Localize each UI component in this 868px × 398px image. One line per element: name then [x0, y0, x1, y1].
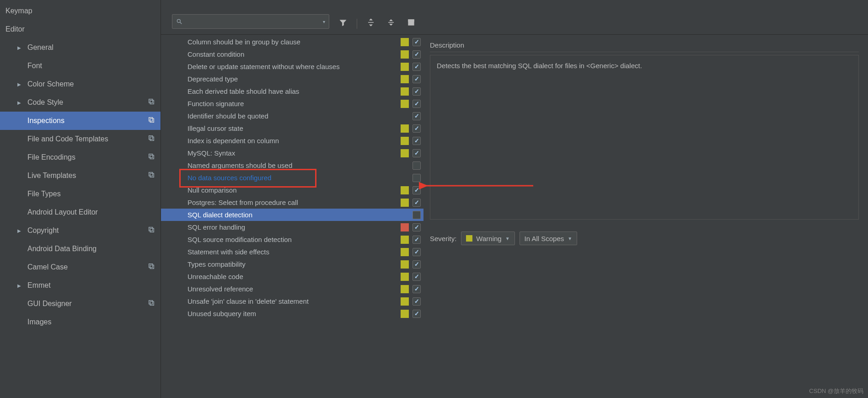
sidebar-item-live-templates[interactable]: ▶Live Templates — [0, 167, 161, 185]
scope-combo[interactable]: In All Scopes ▼ — [520, 231, 578, 245]
inspection-checkbox[interactable] — [413, 124, 421, 133]
sidebar-item-emmet[interactable]: ▶Emmet — [0, 276, 161, 295]
inspection-row[interactable]: Each derived table should have alias — [161, 85, 423, 97]
inspection-checkbox[interactable] — [413, 248, 421, 256]
svg-rect-2 — [150, 118, 154, 122]
inspection-checkbox[interactable] — [413, 223, 421, 231]
svg-rect-13 — [149, 264, 153, 268]
sidebar-item-android-layout-editor[interactable]: ▶Android Layout Editor — [0, 203, 161, 221]
sidebar-item-inspections[interactable]: ▶Inspections — [0, 112, 161, 130]
sidebar-item-font[interactable]: ▶Font — [0, 57, 161, 75]
inspection-row[interactable]: Deprecated type — [161, 73, 423, 85]
copy-profile-icon — [148, 299, 155, 308]
inspection-row[interactable]: Unused subquery item — [161, 307, 423, 320]
inspection-row[interactable]: Column should be in group by clause — [161, 36, 423, 48]
sidebar-item-camel-case[interactable]: ▶Camel Case — [0, 258, 161, 276]
inspections-search[interactable]: ▾ — [172, 14, 329, 29]
inspection-checkbox[interactable] — [413, 273, 421, 281]
collapse-all-icon[interactable] — [385, 16, 397, 29]
search-input[interactable] — [184, 18, 323, 25]
description-title: Description — [430, 41, 859, 52]
inspection-checkbox[interactable] — [413, 297, 421, 306]
inspection-checkbox[interactable] — [413, 87, 421, 96]
svg-rect-11 — [149, 227, 153, 231]
inspection-checkbox[interactable] — [413, 310, 421, 318]
severity-label: Severity: — [430, 235, 456, 242]
inspection-label: MySQL: Syntax — [188, 149, 399, 157]
copy-profile-icon — [148, 263, 155, 272]
expand-all-icon[interactable] — [364, 16, 377, 29]
inspection-row[interactable]: Constant condition — [161, 48, 423, 60]
inspection-row[interactable]: Postgres: Select from procedure call — [161, 196, 423, 209]
inspections-tree: Column should be in group by clauseConst… — [161, 35, 423, 398]
inspection-checkbox[interactable] — [413, 186, 421, 194]
chevron-down-icon[interactable]: ▾ — [323, 19, 325, 24]
inspection-checkbox[interactable] — [413, 50, 421, 59]
sidebar-item-copyright[interactable]: ▶Copyright — [0, 221, 161, 240]
sidebar-keymap[interactable]: Keymap — [0, 2, 161, 20]
sidebar-item-color-scheme[interactable]: ▶Color Scheme — [0, 75, 161, 93]
inspection-label: SQL error handling — [188, 223, 399, 231]
severity-swatch-icon — [401, 149, 409, 157]
inspection-checkbox[interactable] — [413, 199, 421, 207]
sidebar-item-label: Emmet — [27, 281, 51, 290]
inspection-row[interactable]: SQL dialect detection — [161, 209, 423, 221]
inspection-checkbox[interactable] — [413, 149, 421, 157]
inspection-row[interactable]: Delete or update statement without where… — [161, 60, 423, 73]
inspection-checkbox[interactable] — [413, 100, 421, 108]
inspection-checkbox[interactable] — [413, 63, 421, 71]
inspection-label: Function signature — [188, 100, 399, 108]
sidebar-item-gui-designer[interactable]: ▶GUI Designer — [0, 295, 161, 313]
inspection-row[interactable]: MySQL: Syntax — [161, 147, 423, 159]
show-details-icon[interactable] — [405, 16, 418, 29]
sidebar-editor[interactable]: Editor — [0, 20, 161, 38]
inspection-checkbox[interactable] — [413, 161, 421, 170]
sidebar-item-android-data-binding[interactable]: ▶Android Data Binding — [0, 240, 161, 258]
inspection-checkbox[interactable] — [413, 38, 421, 46]
sidebar-item-file-types[interactable]: ▶File Types — [0, 185, 161, 203]
inspection-checkbox[interactable] — [413, 112, 421, 120]
sidebar-item-label: Android Data Binding — [27, 245, 96, 253]
description-body: Detects the best matching SQL dialect fo… — [430, 55, 859, 220]
inspection-row[interactable]: Statement with side effects — [161, 246, 423, 258]
sidebar-item-images[interactable]: ▶Images — [0, 313, 161, 331]
sidebar-item-label: General — [27, 43, 54, 52]
inspection-row[interactable]: Unreachable code — [161, 270, 423, 283]
inspection-row[interactable]: Illegal cursor state — [161, 122, 423, 134]
inspection-checkbox[interactable] — [413, 211, 421, 219]
inspection-checkbox[interactable] — [413, 260, 421, 269]
inspection-checkbox[interactable] — [413, 137, 421, 145]
inspection-row[interactable]: Unresolved reference — [161, 283, 423, 295]
sidebar-item-file-encodings[interactable]: ▶File Encodings — [0, 148, 161, 167]
severity-swatch-icon — [401, 186, 409, 194]
inspection-checkbox[interactable] — [413, 75, 421, 83]
svg-rect-10 — [150, 228, 154, 232]
inspection-row[interactable]: No data sources configured — [161, 172, 423, 184]
inspection-row[interactable]: SQL error handling — [161, 221, 423, 233]
inspection-row[interactable]: Function signature — [161, 97, 423, 110]
inspection-label: Types compatibility — [188, 260, 399, 268]
sidebar-item-general[interactable]: ▶General — [0, 38, 161, 57]
inspection-row[interactable]: Null comparison — [161, 184, 423, 196]
svg-rect-8 — [150, 173, 154, 177]
chevron-right-icon: ▶ — [17, 45, 24, 50]
sidebar-item-label: Editor — [5, 25, 25, 33]
severity-swatch-icon — [401, 38, 409, 46]
inspection-row[interactable]: SQL source modification detection — [161, 233, 423, 246]
sidebar-item-label: Font — [27, 62, 42, 70]
inspection-row[interactable]: Index is dependent on column — [161, 134, 423, 147]
inspection-checkbox[interactable] — [413, 285, 421, 293]
inspection-row[interactable]: Types compatibility — [161, 258, 423, 270]
severity-combo[interactable]: Warning ▼ — [461, 231, 514, 245]
inspection-label: Unreachable code — [188, 273, 399, 280]
sidebar-item-code-style[interactable]: ▶Code Style — [0, 93, 161, 112]
filter-icon[interactable] — [337, 16, 349, 29]
sidebar-item-label: Keymap — [5, 7, 32, 15]
inspection-checkbox[interactable] — [413, 236, 421, 244]
inspection-checkbox[interactable] — [413, 174, 421, 182]
inspection-row[interactable]: Unsafe 'join' clause in 'delete' stateme… — [161, 295, 423, 307]
inspection-row[interactable]: Identifier should be quoted — [161, 110, 423, 122]
chevron-down-icon: ▼ — [505, 236, 510, 241]
sidebar-item-file-and-code-templates[interactable]: ▶File and Code Templates — [0, 130, 161, 148]
inspection-row[interactable]: Named arguments should be used — [161, 159, 423, 172]
